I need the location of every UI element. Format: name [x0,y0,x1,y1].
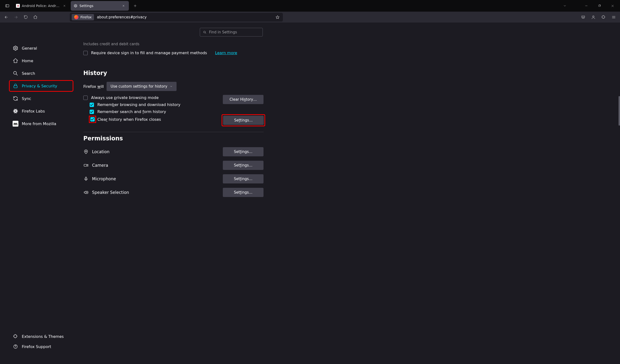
remember-forms-label: Remember search and form history [97,109,166,114]
recent-tabs-button[interactable] [2,0,13,12]
back-button[interactable] [2,13,11,22]
svg-rect-7 [14,86,17,88]
extensions-themes-link[interactable]: Extensions & Themes [10,332,73,341]
home-button[interactable] [31,13,40,22]
learn-more-link[interactable]: Learn more [215,51,237,55]
clear-on-close-checkbox[interactable] [90,117,95,121]
category-privacy[interactable]: Privacy & Security [10,81,73,91]
location-icon [83,149,89,154]
clear-on-close-settings-button[interactable]: Settings… [223,116,264,125]
remember-browsing-label: Remember browsing and download history [97,102,180,107]
category-label: Sync [22,96,31,101]
category-label: More from Mozilla [22,121,56,126]
clear-on-close-highlight [90,116,95,122]
location-settings-button[interactable]: Settings… [223,147,264,156]
category-general[interactable]: General [10,43,73,53]
require-device-signin-checkbox[interactable] [83,51,88,55]
svg-rect-0 [6,5,9,7]
speaker-settings-button[interactable]: Settings… [223,188,264,197]
window-minimize-button[interactable] [581,0,592,12]
tab-android-police[interactable]: A Android Police: Android news, r [13,1,70,11]
find-in-settings-input[interactable] [209,30,260,34]
close-icon [122,4,125,7]
pocket-icon [581,15,585,19]
category-more-mozilla[interactable]: m More from Mozilla [10,119,73,129]
window-maximize-button[interactable] [594,0,605,12]
svg-point-5 [15,47,16,49]
pocket-button[interactable] [579,13,588,22]
history-mode-row: Firefox will Use custom settings for his… [83,82,264,91]
category-label: Search [22,71,35,76]
firefox-logo-icon [74,15,78,19]
link-label: Firefox Support [22,344,51,349]
category-labs[interactable]: Firefox Labs [10,106,73,116]
category-label: Privacy & Security [22,84,57,88]
user-icon [591,15,596,19]
svg-point-6 [14,71,16,74]
permission-location-row: Location Settings… [83,147,264,156]
history-mode-select[interactable]: Use custom settings for history [107,82,176,91]
tab-settings[interactable]: Settings [71,1,129,11]
titlebar: A Android Police: Android news, r Settin… [0,0,620,12]
camera-icon [83,163,89,168]
camera-settings-button[interactable]: Settings… [223,161,264,170]
permissions-heading: Permissions [83,135,264,142]
permission-microphone-row: Microphone Settings… [83,174,264,183]
svg-rect-2 [599,5,600,7]
speaker-icon [83,190,89,195]
chevron-down-icon [170,85,173,88]
close-icon [611,4,614,8]
help-icon [13,344,18,349]
app-menu-button[interactable] [609,13,618,22]
close-icon [63,4,66,7]
puzzle-icon [13,334,18,339]
lock-icon [13,83,18,89]
always-private-checkbox[interactable] [83,96,88,100]
search-icon [13,70,18,76]
clear-on-close-label: Clear history when Firefox closes [97,117,161,122]
account-button[interactable] [589,13,598,22]
history-heading: History [83,70,264,76]
main-pane: Includes credit and debit cards Require … [82,23,620,364]
firefox-support-link[interactable]: Firefox Support [10,342,73,351]
category-home[interactable]: Home [10,56,73,66]
tab-close-button[interactable] [121,3,126,8]
svg-point-13 [85,151,87,152]
identity-label: Firefox [80,15,92,19]
find-in-settings[interactable] [200,28,263,37]
tab-close-button[interactable] [62,3,67,8]
navbar: Firefox about:preferences#privacy [0,12,620,23]
svg-rect-14 [84,164,87,166]
microphone-settings-button[interactable]: Settings… [223,174,264,183]
scrollbar-thumb[interactable] [619,96,620,126]
history-mode-value: Use custom settings for history [110,84,167,89]
identity-box[interactable]: Firefox [72,14,94,20]
clear-history-button[interactable]: Clear History… [223,95,264,104]
star-icon [275,15,280,19]
category-sync[interactable]: Sync [10,93,73,104]
category-search[interactable]: Search [10,68,73,78]
forward-button[interactable] [12,13,20,22]
extensions-button[interactable] [599,13,608,22]
bookmark-star-button[interactable] [274,14,281,21]
new-tab-button[interactable] [131,1,140,10]
microphone-icon [83,176,89,182]
category-label: Home [22,59,33,63]
require-device-signin-row: Require device sign in to fill and manag… [83,51,264,55]
list-tabs-button[interactable] [560,1,569,10]
gear-icon [13,45,18,51]
arrow-right-icon [14,15,18,19]
preferences-content: General Home Search Privacy & Security S… [0,23,620,364]
remember-browsing-checkbox[interactable] [90,103,94,107]
minimize-icon [585,4,588,7]
svg-point-4 [204,31,206,33]
reload-button[interactable] [21,13,30,22]
puzzle-icon [601,15,606,19]
section-divider [83,132,264,132]
remember-forms-checkbox[interactable] [90,110,94,114]
plus-icon [133,4,137,8]
urlbar[interactable]: Firefox about:preferences#privacy [70,13,283,22]
category-label: Firefox Labs [22,109,45,114]
window-close-button[interactable] [607,0,618,12]
maximize-icon [598,4,601,7]
